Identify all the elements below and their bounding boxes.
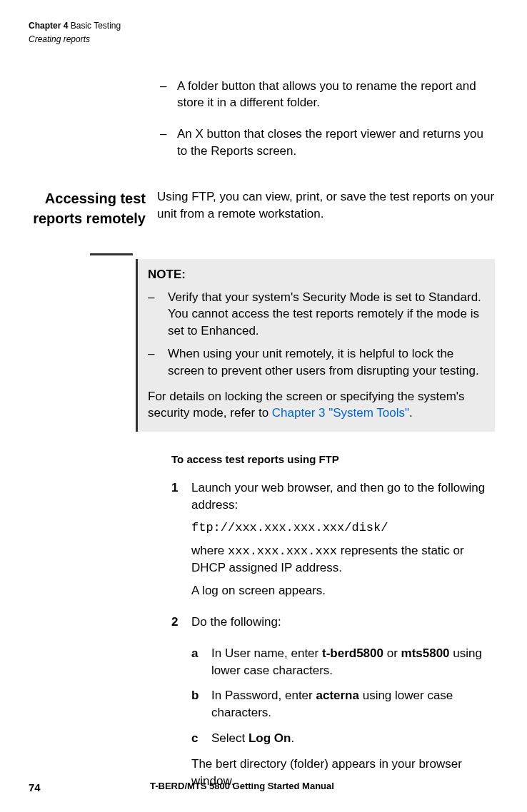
section: Accessing test reports remotely Using FT… (29, 188, 495, 228)
substep-letter: a (191, 645, 211, 679)
section-intro: Using FTP, you can view, print, or save … (157, 188, 495, 228)
step-after: where xxx.xxx.xxx.xxx represents the sta… (191, 542, 495, 577)
username-2: mts5800 (401, 646, 450, 660)
substep-body: In Password, enter acterna using lower c… (211, 687, 495, 721)
bullet-item: – An X button that closes the report vie… (157, 126, 495, 160)
step: 2 Do the following: (171, 614, 495, 636)
substep: c Select Log On. (191, 730, 495, 747)
username-1: t-berd5800 (322, 646, 383, 660)
note-para-suffix: . (409, 406, 413, 420)
note-paragraph: For details on locking the screen or spe… (148, 388, 483, 422)
substep-body: In User name, enter t-berd5800 or mts580… (211, 645, 495, 679)
chapter-label: Chapter 4 (29, 21, 68, 31)
step-number: 1 (171, 479, 191, 605)
ip-placeholder: xxx.xxx.xxx.xxx (228, 544, 337, 558)
password-value: acterna (316, 689, 358, 702)
note-bullet-text: Verify that your system's Security Mode … (168, 289, 483, 340)
page-number: 74 (29, 780, 150, 795)
bullet-text: An X button that closes the report viewe… (177, 126, 495, 160)
bullet-item: – A folder button that allows you to ren… (157, 78, 495, 112)
step-text: Launch your web browser, and then go to … (191, 479, 495, 514)
note-rule (90, 253, 133, 255)
procedure-title: To access test reports using FTP (171, 452, 495, 467)
bullet-text: A folder button that allows you to renam… (177, 78, 495, 112)
note-bullet: – When using your unit remotely, it is h… (148, 345, 483, 380)
substep: a In User name, enter t-berd5800 or mts5… (191, 645, 495, 679)
page-header: Chapter 4 Basic Testing Creating reports (29, 20, 495, 46)
ftp-url: ftp://xxx.xxx.xxx.xxx/disk/ (191, 519, 495, 537)
note-box: NOTE: – Verify that your system's Securi… (136, 259, 495, 432)
cross-reference-link[interactable]: Chapter 3 "System Tools" (272, 406, 409, 420)
note-title: NOTE: (148, 266, 483, 283)
footer-title: T-BERD/MTS 5800 Getting Started Manual (150, 780, 334, 795)
substep-letter: c (191, 730, 211, 747)
substep: b In Password, enter acterna using lower… (191, 687, 495, 721)
step-text: Do the following: (191, 614, 495, 631)
step: 1 Launch your web browser, and then go t… (171, 479, 495, 605)
note-bullet: – Verify that your system's Security Mod… (148, 289, 483, 340)
section-name: Creating reports (29, 34, 495, 46)
dash-icon: – (157, 126, 177, 160)
page-footer: 74 T-BERD/MTS 5800 Getting Started Manua… (29, 780, 495, 795)
dash-icon: – (148, 289, 168, 340)
section-heading: Accessing test reports remotely (29, 188, 157, 228)
step-body: Do the following: (191, 614, 495, 636)
chapter-title: Basic Testing (71, 21, 121, 31)
note-bullet-text: When using your unit remotely, it is hel… (168, 345, 483, 380)
step-number: 2 (171, 614, 191, 636)
dash-icon: – (157, 78, 177, 112)
dash-icon: – (148, 345, 168, 380)
substep-body: Select Log On. (211, 730, 495, 747)
substep-letter: b (191, 687, 211, 721)
step-body: Launch your web browser, and then go to … (191, 479, 495, 605)
top-bullets: – A folder button that allows you to ren… (157, 78, 495, 160)
logon-label: Log On (249, 731, 291, 745)
step-result: A log on screen appears. (191, 582, 495, 599)
